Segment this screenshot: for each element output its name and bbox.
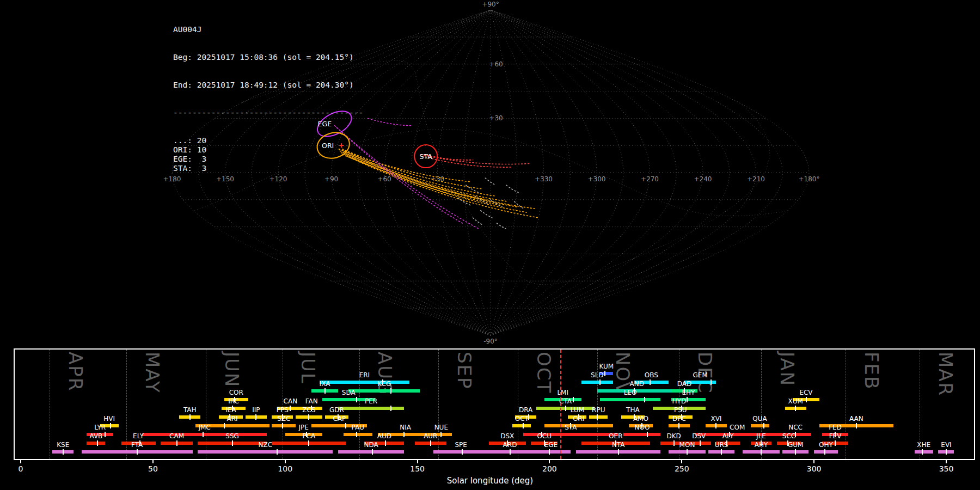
shower-peak-XHE xyxy=(922,449,923,455)
shower-label-URS: URS xyxy=(704,442,739,448)
shower-label-SSG: SSG xyxy=(215,433,250,439)
shower-peak-AAN xyxy=(856,423,857,428)
x-tick xyxy=(549,460,550,463)
shower-label-NZC: NZC xyxy=(248,442,283,448)
shower-label-DPC: DPC xyxy=(661,415,696,422)
shower-label-DSX: DSX xyxy=(490,433,525,439)
meteor-station-summary: +180+150+120+90+60+30+330+300+270+240+21… xyxy=(0,0,980,490)
shower-peak-AHY xyxy=(761,449,762,455)
shower-label-FEV: FEV xyxy=(818,433,853,439)
shower-peak-LEO xyxy=(644,397,645,402)
shower-peak-OCT xyxy=(523,423,524,428)
month-label: OCT xyxy=(533,352,555,394)
shower-label-AUD: AUD xyxy=(367,433,402,439)
shower-label-AMO: AMO xyxy=(623,415,658,422)
shower-label-IXA: IXA xyxy=(308,381,342,387)
shower-label-SPE: SPE xyxy=(444,442,479,448)
shower-peak-XUM xyxy=(795,406,796,411)
shower-peak-SZC xyxy=(282,423,283,428)
shower-peak-EGE xyxy=(549,449,550,455)
shower-peak-GEM xyxy=(710,379,712,385)
shower-peak-NOO xyxy=(647,432,648,437)
count-...: ...: 20 xyxy=(173,136,363,145)
shower-peak-GUM xyxy=(795,449,796,455)
shower-label-AVB: AVB xyxy=(78,433,113,439)
shower-label-FAN: FAN xyxy=(294,398,329,405)
current-sol-line xyxy=(560,350,561,459)
shower-label-SCC: SCC xyxy=(771,433,806,439)
shower-label-KSE: KSE xyxy=(46,442,81,448)
shower-peak-PCA xyxy=(308,440,309,446)
shower-label-GDR: GDR xyxy=(319,407,354,413)
shower-label-IRC: IRC xyxy=(216,398,251,405)
shower-label-PCA: PCA xyxy=(291,433,326,439)
shower-label-HVI: HVI xyxy=(92,415,127,422)
shower-label-COM: COM xyxy=(720,424,755,431)
x-tick-label: 300 xyxy=(801,464,827,473)
shower-bar-NDA xyxy=(338,450,404,454)
shower-peak-KSE xyxy=(63,449,64,455)
shower-bar-AVB xyxy=(87,442,105,445)
count-ORI: ORI: 10 xyxy=(173,145,363,155)
divider: ---------------------------------------- xyxy=(173,108,363,118)
shower-label-AND: AND xyxy=(620,381,654,387)
shower-label-HYD: HYD xyxy=(661,398,696,405)
shower-label-NDA: NDA xyxy=(354,442,389,448)
shower-peak-PER xyxy=(390,406,391,411)
shower-label-COR: COR xyxy=(219,389,254,396)
x-tick-label: 150 xyxy=(405,464,431,473)
shower-label-THA: THA xyxy=(615,407,650,413)
shower-peak-NTA xyxy=(618,449,619,455)
shower-label-ORI: ORI xyxy=(561,415,596,422)
shower-label-AUR: AUR xyxy=(413,433,448,439)
shower-bar-XHE xyxy=(915,450,933,454)
shower-label-EVI: EVI xyxy=(929,442,964,448)
shower-peak-ZCS xyxy=(308,414,309,420)
shower-peak-SSG xyxy=(232,440,233,446)
month-label: MAR xyxy=(935,352,957,396)
shower-peak-QUA xyxy=(763,423,764,428)
shower-peak-OHY xyxy=(824,449,825,455)
shower-bar-OCT xyxy=(512,424,531,427)
count-EGE: EGE: 3 xyxy=(173,155,363,164)
month-label: MAY xyxy=(142,352,163,394)
shower-peak-EVI xyxy=(946,449,947,455)
shower-peak-AVB xyxy=(97,440,98,446)
session-begin: Beg: 20251017 15:08:36 (sol = 204.15°) xyxy=(173,53,363,62)
shower-peak-URS xyxy=(721,449,722,455)
shower-label-OBS: OBS xyxy=(634,372,669,378)
x-tick xyxy=(946,460,947,463)
shower-label-ARD: ARD xyxy=(493,442,528,448)
shower-peak-ARD xyxy=(510,449,511,455)
shower-label-ELY: ELY xyxy=(121,433,156,439)
shower-label-STA: STA xyxy=(553,424,588,431)
shower-peak-RPU xyxy=(597,414,598,420)
shower-peak-MON xyxy=(687,449,688,455)
shower-label-XVI: XVI xyxy=(699,415,733,422)
x-tick xyxy=(20,460,21,463)
shower-label-KCG: KCG xyxy=(367,381,402,387)
shower-label-ARI: ARI xyxy=(215,415,250,422)
shower-label-CAP: CAP xyxy=(322,415,357,422)
month-label: JUN xyxy=(221,352,243,388)
shower-peak-SPE xyxy=(462,449,463,455)
x-axis-title: Solar longitude (deg) xyxy=(0,476,980,486)
x-tick-label: 50 xyxy=(140,464,166,473)
shower-label-NTA: NTA xyxy=(601,442,636,448)
shower-label-NCC: NCC xyxy=(778,424,813,431)
shower-label-PER: PER xyxy=(354,398,389,405)
count-STA: STA: 3 xyxy=(173,164,363,173)
observation-info-panel: AU004J Beg: 20251017 15:08:36 (sol = 204… xyxy=(173,7,363,192)
shower-bar-SPE xyxy=(433,450,489,454)
shower-bar-LEO xyxy=(600,398,661,401)
x-tick xyxy=(417,460,418,463)
shower-label-OCT: OCT xyxy=(504,415,539,422)
shower-label-LEO: LEO xyxy=(613,389,648,396)
shower-label-FTA: FTA xyxy=(120,442,155,448)
shower-label-AAN: AAN xyxy=(839,415,874,422)
shower-label-LYR: LYR xyxy=(83,424,118,431)
shower-bar-NZC xyxy=(198,450,333,454)
shower-label-JPE: JPE xyxy=(286,424,321,431)
shower-label-CTA: CTA xyxy=(548,398,583,405)
shower-label-DAD: DAD xyxy=(667,381,702,387)
